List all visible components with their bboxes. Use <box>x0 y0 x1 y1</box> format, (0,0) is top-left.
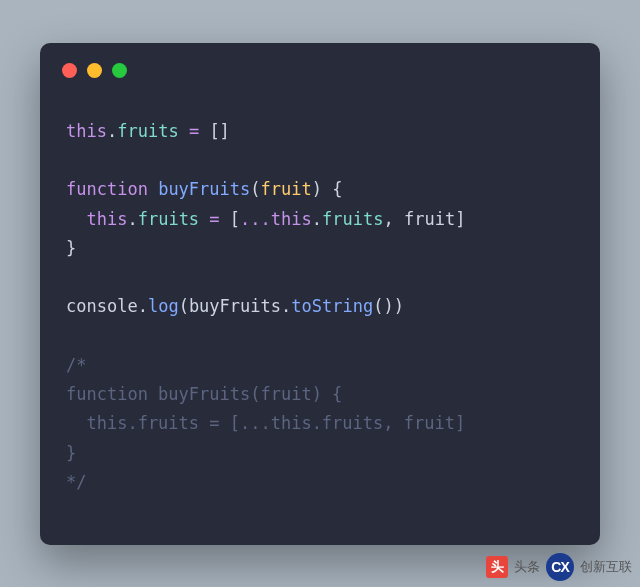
code-token <box>199 121 209 141</box>
code-token: fruits <box>138 209 199 229</box>
code-token: this <box>86 209 127 229</box>
code-token <box>179 121 189 141</box>
code-token: fruit <box>261 179 312 199</box>
code-comment: this.fruits = [...this.fruits, fruit] <box>66 413 465 433</box>
code-token: console <box>66 296 138 316</box>
code-token <box>66 209 86 229</box>
code-block: this.fruits = [] function buyFruits(frui… <box>40 97 600 523</box>
code-token: ) <box>394 296 404 316</box>
code-token: [] <box>209 121 229 141</box>
code-token <box>220 209 230 229</box>
code-token: buyFruits <box>158 179 250 199</box>
code-token: { <box>332 179 342 199</box>
code-token: fruits <box>117 121 178 141</box>
code-token <box>199 209 209 229</box>
code-token: ) <box>383 296 393 316</box>
code-comment: function buyFruits(fruit) { <box>66 384 342 404</box>
code-comment: */ <box>66 472 86 492</box>
code-token: buyFruits <box>189 296 281 316</box>
code-token: [ <box>230 209 240 229</box>
code-token: . <box>312 209 322 229</box>
attribution-text: 头条 <box>514 558 540 576</box>
code-token: ) <box>312 179 322 199</box>
code-token: fruits <box>322 209 383 229</box>
code-token: ] <box>455 209 465 229</box>
code-window: this.fruits = [] function buyFruits(frui… <box>40 43 600 545</box>
code-token: . <box>107 121 117 141</box>
close-icon[interactable] <box>62 63 77 78</box>
code-token: , <box>383 209 393 229</box>
code-token: ( <box>373 296 383 316</box>
code-token <box>394 209 404 229</box>
code-token <box>148 179 158 199</box>
window-titlebar <box>40 43 600 97</box>
code-token: . <box>138 296 148 316</box>
code-token: this <box>271 209 312 229</box>
attribution-text: 创新互联 <box>580 558 632 576</box>
cx-icon: CX <box>546 553 574 581</box>
code-token: ... <box>240 209 271 229</box>
code-token: . <box>127 209 137 229</box>
code-token: ( <box>250 179 260 199</box>
code-token: } <box>66 238 76 258</box>
code-token: = <box>189 121 199 141</box>
code-token: log <box>148 296 179 316</box>
minimize-icon[interactable] <box>87 63 102 78</box>
code-token: fruit <box>404 209 455 229</box>
code-token: function <box>66 179 148 199</box>
code-token: ( <box>179 296 189 316</box>
toutiao-icon: 头 <box>486 556 508 578</box>
code-comment: } <box>66 443 76 463</box>
code-token: toString <box>291 296 373 316</box>
code-comment: /* <box>66 355 86 375</box>
zoom-icon[interactable] <box>112 63 127 78</box>
code-token <box>322 179 332 199</box>
code-token: = <box>209 209 219 229</box>
attribution-footer: 头 头条 CX 创新互联 <box>486 553 632 581</box>
code-token: this <box>66 121 107 141</box>
code-token: . <box>281 296 291 316</box>
